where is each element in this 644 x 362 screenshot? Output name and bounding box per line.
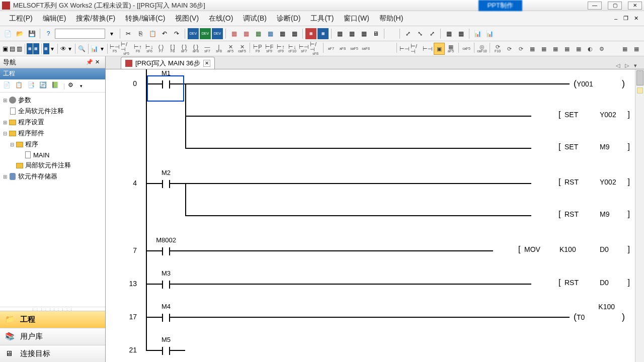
ladder-editor[interactable]: 0M1(Y001)[SETY002][SETM9]4M2[RSTY002][RS… (106, 69, 644, 362)
sidebar-close-icon[interactable]: ✕ (95, 59, 102, 66)
ladder-sym-18[interactable]: aF7 (326, 43, 337, 55)
open-button[interactable]: 📂 (14, 28, 25, 39)
grid-btn-2[interactable]: ▦ (455, 28, 466, 39)
contact-M2[interactable]: M2 (156, 178, 176, 190)
tool-btn-k[interactable]: ▦ (358, 28, 369, 39)
ladder-sym-42[interactable]: ▦ (619, 43, 630, 55)
tab-nav-right-icon[interactable]: ▷ (625, 62, 632, 69)
menu-工程p[interactable]: 工程(P) (4, 12, 38, 25)
ladder-sym-40[interactable]: ⚙ (596, 43, 607, 55)
menu-诊断d[interactable]: 诊断(D) (272, 12, 305, 25)
ladder-sym-1[interactable]: ⊢/⊣sF5 (121, 43, 132, 55)
ladder-sym-2[interactable]: ⊢↑F6 (132, 43, 143, 55)
chart-drop[interactable]: ▾ (99, 43, 105, 54)
dropdown-icon[interactable]: ▾ (106, 28, 117, 39)
menu-在线o[interactable]: 在线(O) (204, 12, 238, 25)
close-button[interactable]: ✕ (628, 2, 642, 10)
instruction-MOV[interactable]: [MOVK100D0] (524, 245, 625, 253)
coil-Y001[interactable]: (Y001) (574, 78, 625, 89)
ladder-sym-0[interactable]: ⊢⊣F5 (109, 43, 120, 55)
ladder-sym-26[interactable]: ⊢⊣ (422, 43, 433, 55)
undo-button[interactable]: ↶ (159, 28, 170, 39)
paste-button[interactable]: 📋 (147, 28, 158, 39)
new-button[interactable]: 📄 (2, 28, 13, 39)
ladder-sym-27[interactable]: ▣ (434, 43, 445, 55)
instruction-RST[interactable]: [RSTD0] (565, 279, 625, 287)
zoom-btn-1[interactable]: ⤢ (403, 28, 414, 39)
scrollbar-thumb[interactable] (636, 70, 643, 85)
tree-node-2[interactable]: ⊞程序设置 (1, 117, 104, 128)
ladder-sym-25[interactable]: ⊢/⊣ (411, 43, 422, 55)
sidebar-category-2[interactable]: 🖥连接目标 (0, 345, 105, 362)
tool-btn-e[interactable]: ▦ (277, 28, 288, 39)
side-tool-2[interactable]: 📋 (15, 81, 24, 90)
instruction-SET[interactable]: [SETM9] (565, 143, 625, 151)
ladder-sym-10[interactable]: ✕aF5 (225, 43, 236, 55)
ladder-sym-30[interactable]: ◎caF10 (476, 43, 488, 55)
toggle-btn-3[interactable]: ▥ (16, 43, 23, 54)
ladder-sym-39[interactable]: ◐ (585, 43, 596, 55)
ladder-sym-12[interactable]: ⊢PF9 (252, 43, 263, 55)
ladder-sym-43[interactable]: ▦ (631, 43, 642, 55)
ladder-sym-24[interactable]: ⊢⊣ (399, 43, 410, 55)
redo-button[interactable]: ↷ (171, 28, 182, 39)
toolbar-combo[interactable] (55, 29, 105, 39)
tool-btn-d[interactable]: ▦ (265, 28, 276, 39)
dev-btn-1[interactable]: DEV (188, 28, 199, 39)
ladder-sym-29[interactable]: caF5 (461, 43, 472, 55)
ladder-sym-22[interactable] (372, 43, 383, 55)
ladder-sym-23[interactable] (383, 43, 394, 55)
ladder-sym-16[interactable]: ⊢⊣sF7 (298, 43, 309, 55)
menu-搜索/替换f[interactable]: 搜索/替换(F) (71, 12, 120, 25)
zoom-btn-3[interactable]: ⤢ (427, 28, 438, 39)
ladder-sym-6[interactable]: { }aF7 (179, 43, 190, 55)
side-tool-1[interactable]: 📄 (3, 81, 12, 90)
side-tool-4[interactable]: 🔄 (39, 81, 48, 90)
menu-窗口w[interactable]: 窗口(W) (339, 12, 374, 25)
tree-node-7[interactable]: ⊞软元件存储器 (1, 171, 104, 182)
ladder-sym-34[interactable]: ▦ (527, 43, 538, 55)
sidebar-category-1[interactable]: 📚用户库 (0, 328, 105, 345)
maximize-button[interactable]: ▢ (608, 2, 622, 10)
sidebar-category-0[interactable]: 📁工程 (0, 311, 105, 328)
ladder-sym-37[interactable]: ▦ (561, 43, 573, 55)
grid-btn-1[interactable]: ▦ (443, 28, 454, 39)
tree-node-1[interactable]: 全局软元件注释 (1, 106, 104, 117)
menu-工具t[interactable]: 工具(T) (305, 12, 339, 25)
tool-btn-f[interactable]: ▦ (289, 28, 300, 39)
contact-M5[interactable]: M5 (156, 345, 176, 357)
coil-T0[interactable]: (T0) (574, 312, 625, 322)
ladder-sym-20[interactable]: saF5 (349, 43, 360, 55)
contact-M8002[interactable]: M8002 (156, 245, 176, 257)
ladder-sym-36[interactable]: ▦ (550, 43, 561, 55)
minimize-button[interactable]: — (588, 2, 602, 10)
dev-btn-2[interactable]: DEV (200, 28, 211, 39)
tab-nav-left-icon[interactable]: ◁ (616, 62, 623, 69)
instruction-RST[interactable]: [RSTM9] (565, 210, 625, 218)
menu-调试b[interactable]: 调试(B) (238, 12, 272, 25)
side-tool-6[interactable]: ⚙ (68, 81, 77, 90)
menu-转换/编译c[interactable]: 转换/编译(C) (120, 12, 170, 25)
dev-drop[interactable]: ▾ (50, 43, 56, 54)
ladder-sym-38[interactable]: ▦ (573, 43, 584, 55)
ladder-sym-15[interactable]: ⊢↓cF10 (287, 43, 298, 55)
ladder-sym-13[interactable]: ⊢FsF9 (264, 43, 275, 55)
toggle-btn-2[interactable]: ▤ (9, 43, 16, 54)
toggle-btn-1[interactable]: ▣ (2, 43, 9, 54)
ladder-sym-5[interactable]: [ ]F8 (167, 43, 178, 55)
ladder-sym-33[interactable]: ⟳ (515, 43, 526, 55)
side-tool-5[interactable]: 📗 (51, 81, 60, 90)
copy-button[interactable]: ⎘ (135, 28, 146, 39)
dev-toggle-3[interactable]: ▦ (43, 43, 49, 54)
tree-node-6[interactable]: 局部软元件注释 (1, 160, 104, 171)
dev-btn-3[interactable]: DEV (212, 28, 223, 39)
tool-btn-g[interactable]: ▦ (305, 28, 316, 39)
tool-btn-j[interactable]: ▦ (346, 28, 357, 39)
contact-M3[interactable]: M3 (156, 279, 176, 291)
ladder-sym-8[interactable]: —sF7 (202, 43, 213, 55)
tab-nav-menu-icon[interactable]: ▾ (634, 62, 641, 69)
view-btn-1[interactable]: 👁 (60, 43, 67, 54)
tree-node-5[interactable]: MAIN (1, 150, 104, 160)
chart-btn-2[interactable]: 📊 (484, 28, 495, 39)
ladder-sym-21[interactable]: saF8 (360, 43, 371, 55)
